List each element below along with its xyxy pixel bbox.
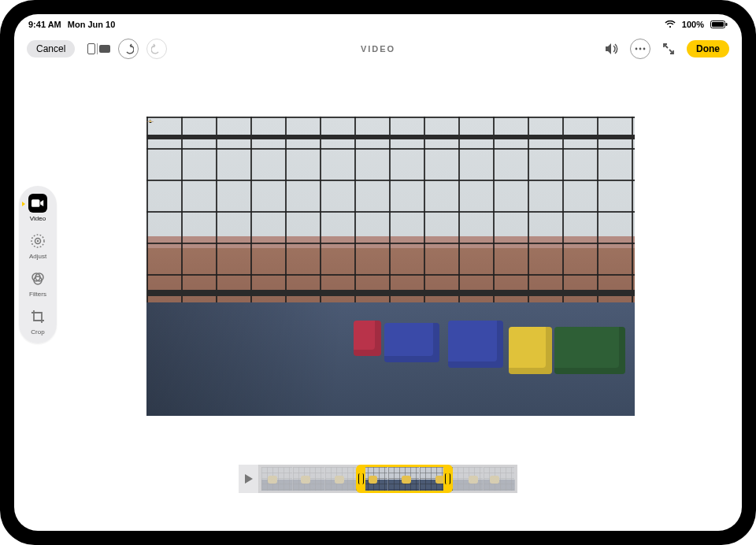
tool-filters[interactable]: Filters (28, 269, 47, 298)
tool-adjust-label: Adjust (29, 253, 46, 260)
tool-video[interactable]: Video (28, 194, 47, 222)
adjust-icon (28, 232, 47, 250)
undo-button[interactable] (118, 39, 139, 59)
timeline-thumbnail[interactable] (357, 467, 388, 491)
cancel-button[interactable]: Cancel (27, 40, 75, 57)
filters-icon (28, 269, 47, 288)
tool-crop-label: Crop (31, 328, 44, 336)
wifi-icon (665, 20, 676, 28)
portrait-icon (87, 43, 95, 54)
svg-point-15 (150, 120, 150, 120)
timeline-thumbnail[interactable] (293, 467, 324, 491)
edit-tool-sidebar: Video Adjust Filters Crop (19, 186, 57, 343)
editor-toolbar: Cancel VIDEO (14, 33, 742, 65)
timeline-thumbnail[interactable] (388, 467, 420, 491)
status-right: 100% (665, 20, 728, 29)
status-bar: 9:41 AM Mon Jun 10 100% (14, 14, 742, 32)
landscape-icon (99, 45, 110, 53)
timeline-strip[interactable] (259, 465, 517, 493)
timeline-thumbnail[interactable] (261, 467, 293, 491)
volume-button[interactable] (602, 39, 622, 59)
svg-rect-1 (712, 22, 724, 27)
redo-button[interactable] (146, 39, 167, 59)
screen: 9:41 AM Mon Jun 10 100% Cancel (14, 14, 742, 531)
aspect-ratio-button[interactable] (87, 43, 110, 54)
svg-point-3 (636, 48, 638, 50)
tool-adjust[interactable]: Adjust (28, 232, 47, 260)
active-indicator-icon (22, 202, 25, 206)
status-left: 9:41 AM Mon Jun 10 (28, 20, 115, 29)
svg-rect-6 (32, 199, 39, 207)
tool-video-label: Video (30, 215, 46, 222)
ipad-frame: 9:41 AM Mon Jun 10 100% Cancel (0, 0, 756, 545)
timeline-thumbnail[interactable] (420, 467, 451, 491)
frame-viewer (239, 465, 517, 493)
svg-point-9 (37, 240, 39, 242)
battery-icon (710, 20, 728, 28)
battery-pct: 100% (682, 20, 704, 29)
video-preview[interactable] (146, 117, 635, 416)
timeline-thumbnail[interactable] (325, 467, 357, 491)
status-time: 9:41 AM (28, 20, 61, 29)
crop-icon (28, 307, 47, 326)
preview-image (146, 117, 635, 416)
tool-crop[interactable]: Crop (28, 307, 47, 336)
svg-point-5 (643, 48, 646, 50)
status-date: Mon Jun 10 (68, 20, 116, 29)
editor-mode-title: VIDEO (361, 44, 395, 54)
timeline-thumbnail[interactable] (452, 467, 484, 491)
play-button[interactable] (239, 465, 259, 493)
more-options-button[interactable] (630, 39, 650, 59)
tool-filters-label: Filters (29, 291, 46, 298)
svg-rect-2 (726, 23, 728, 26)
video-icon (28, 194, 47, 213)
timeline-thumbnail[interactable] (484, 467, 515, 491)
done-button[interactable]: Done (687, 40, 729, 57)
fullscreen-button[interactable] (658, 39, 679, 59)
svg-point-4 (639, 48, 642, 50)
